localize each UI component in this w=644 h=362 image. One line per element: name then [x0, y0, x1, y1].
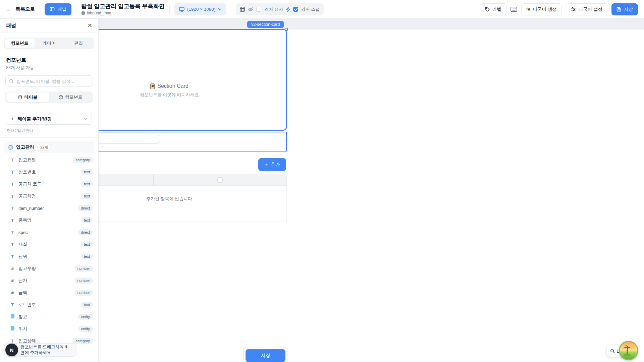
field-type-icon [10, 326, 15, 331]
list-item-field[interactable]: T 로트번호 text [0, 299, 98, 311]
field-label: 단가 [18, 278, 27, 284]
i18n-generate-button[interactable]: x̄A 다국어 생성 [521, 3, 562, 15]
tab-edit[interactable]: 편집 [64, 39, 93, 48]
field-label: 참조번호 [18, 169, 36, 175]
keyboard-shortcuts-button[interactable] [511, 7, 517, 12]
user-avatar[interactable]: N [5, 344, 18, 356]
field-label: 입고유형 [18, 157, 36, 163]
list-item-field[interactable]: T spec direct [0, 226, 98, 238]
title-block: 탑씰 입고관리 입고등록 우측화면 inbound_mng [81, 3, 165, 16]
back-arrow-icon: ← [6, 6, 12, 13]
divider [40, 5, 40, 14]
divider [0, 137, 98, 138]
field-label: 금액 [18, 290, 27, 296]
list-item-field[interactable]: T item_number direct [0, 202, 98, 214]
resolution-value: (644 × 362) [187, 7, 215, 12]
lightning-icon [286, 7, 290, 12]
selection-tag: v2-section-card [247, 21, 284, 28]
list-item-field[interactable]: # 단가 number [0, 275, 98, 287]
list-item-field[interactable]: T 공급처 코드 text [0, 178, 98, 190]
canvas-save-button[interactable]: 저장 [246, 349, 285, 362]
field-type-badge: text [81, 181, 93, 187]
select-all-checkbox[interactable] [217, 177, 223, 183]
search-icon [9, 79, 14, 83]
grid-snap-label: 격자 스냅 [301, 6, 320, 12]
field-type-badge: entity [78, 314, 93, 320]
add-item-button[interactable]: + 추가 [258, 158, 286, 171]
eye-off-icon [248, 7, 253, 12]
list-item-field[interactable]: 위치 entity [0, 323, 98, 335]
field-type-icon: T [10, 182, 15, 187]
label-button-label: 라벨 [492, 6, 501, 12]
divider [169, 5, 170, 14]
list-item-field[interactable]: 창고 entity [0, 311, 98, 323]
field-label: 품목명 [18, 217, 32, 223]
i18n-generate-label: 다국어 생성 [533, 6, 556, 12]
list-item-field[interactable]: T 참조번호 text [0, 166, 98, 178]
database-icon [18, 95, 22, 100]
field-type-icon: T [10, 194, 15, 199]
grid-snap-checkbox[interactable] [293, 7, 298, 12]
field-label: 공급처명 [18, 193, 36, 199]
panel-toggle-button[interactable]: 패널 [45, 3, 71, 15]
field-type-badge: text [81, 217, 93, 223]
section-card-placeholder: Section Card 컴포넌트를 이곳에 배치하세요 [140, 83, 199, 98]
resolution-selector[interactable]: (644 × 362) [174, 3, 226, 15]
tab-components[interactable]: 컴포넌트 [5, 39, 35, 48]
list-item-field[interactable]: T 재질 text [0, 238, 98, 250]
list-item-field[interactable]: # 금액 number [0, 287, 98, 299]
field-type-icon: T [10, 158, 15, 163]
chevron-down-icon [84, 118, 88, 120]
components-count: 83개 사용 가능 [6, 65, 92, 71]
component-search[interactable] [5, 75, 93, 87]
field-type-icon: T [10, 339, 15, 344]
list-item-field[interactable]: T 단위 text [0, 250, 98, 262]
field-label: 입고수량 [18, 265, 36, 272]
grid-show-label: 격자 표시 [264, 6, 283, 12]
panel-icon [50, 7, 55, 12]
label-button[interactable]: 라벨 [480, 3, 506, 15]
search-input[interactable] [16, 79, 89, 84]
field-label: 재질 [18, 241, 27, 247]
translate-icon: x̄A [526, 7, 530, 12]
list-item-field[interactable]: T 공급처명 text [0, 190, 98, 202]
components-section-title: 컴포넌트 [6, 57, 92, 63]
island-widget-icon[interactable] [619, 341, 638, 360]
field-type-badge: text [81, 169, 93, 175]
section-card-subtitle: 컴포넌트를 이곳에 배치하세요 [140, 92, 199, 98]
tab-layers[interactable]: 레이어 [35, 39, 64, 48]
i18n-settings-button[interactable]: 다국어 설정 [566, 3, 607, 15]
field-type-badge: number [74, 265, 93, 272]
list-item-field[interactable]: T 품목명 text [0, 214, 98, 226]
add-change-table-dropdown[interactable]: + 테이블 추가/변경 [7, 113, 92, 125]
back-to-list-button[interactable]: ← 목록으로 [6, 6, 35, 13]
field-type-icon: T [10, 206, 15, 211]
field-type-badge: category [73, 338, 93, 344]
plus-icon: + [11, 116, 14, 122]
table-header-cell [154, 174, 286, 185]
save-button[interactable]: 저장 [611, 3, 638, 15]
source-tab-tables-label: 테이블 [24, 94, 38, 100]
field-label: item_number [18, 206, 44, 211]
table-group-header[interactable]: 입고관리 22개 [4, 141, 94, 153]
list-item-field[interactable]: # 입고수량 number [0, 262, 98, 275]
grid-show-checkbox[interactable] [256, 7, 261, 12]
table-group-name: 입고관리 [16, 144, 34, 150]
field-count-badge: 22개 [37, 144, 51, 151]
field-type-badge: text [81, 302, 93, 308]
close-icon[interactable]: ✕ [88, 23, 92, 28]
source-tab-tables[interactable]: 테이블 [6, 93, 49, 102]
grid-icon [240, 7, 245, 12]
resize-handle[interactable] [285, 28, 288, 31]
add-item-label: 추가 [270, 162, 280, 168]
field-type-badge: text [81, 241, 93, 247]
list-item-field[interactable]: T 입고유형 category [0, 154, 98, 166]
playing-card-icon [150, 83, 155, 89]
database-icon [8, 145, 13, 150]
field-type-badge: direct [78, 229, 93, 235]
field-type-icon: T [10, 254, 15, 259]
palm-tree-icon [622, 345, 632, 356]
field-type-badge: number [74, 278, 93, 284]
source-tab-components[interactable]: 컴포넌트 [49, 93, 92, 102]
top-toolbar: ← 목록으로 패널 탑씰 입고관리 입고등록 우측화면 [0, 0, 644, 19]
